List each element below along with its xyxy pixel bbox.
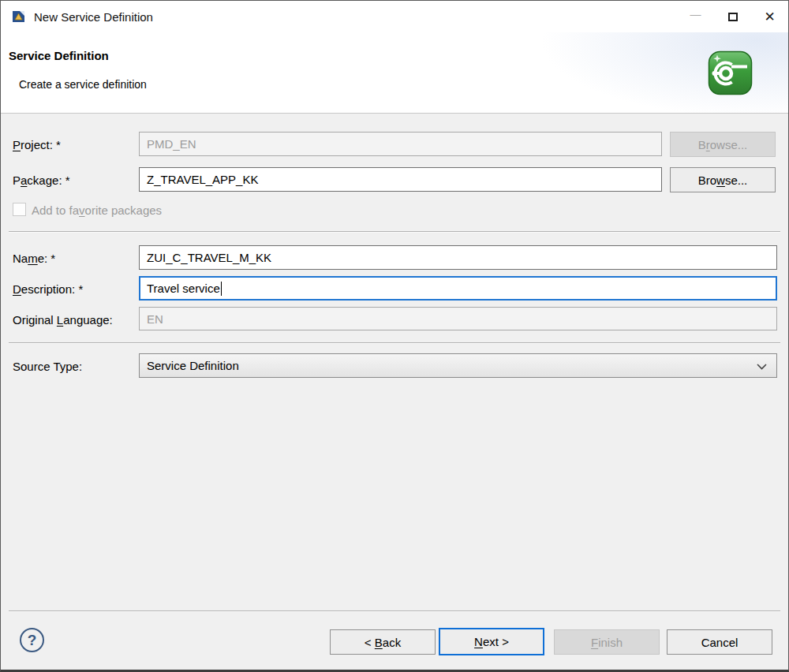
favorite-packages-checkbox xyxy=(13,203,26,216)
help-icon: ? xyxy=(28,632,37,649)
close-button[interactable]: ✕ xyxy=(751,1,788,32)
window-title: New Service Definition xyxy=(34,10,153,24)
next-button[interactable]: Next > xyxy=(439,628,544,655)
project-input: PMD_EN xyxy=(139,132,662,156)
name-input[interactable]: ZUI_C_TRAVEL_M_KK xyxy=(139,245,777,270)
project-label: Project: * xyxy=(13,138,61,151)
project-browse-button: Browse... xyxy=(670,132,776,157)
package-browse-button[interactable]: Browse... xyxy=(670,167,776,192)
abap-wizard-icon xyxy=(12,9,26,24)
new-service-definition-dialog: New Service Definition — ✕ Service Defin… xyxy=(0,0,789,672)
window-controls: — ✕ xyxy=(677,1,788,32)
separator-middle xyxy=(9,342,780,344)
close-icon: ✕ xyxy=(764,10,775,24)
chevron-down-icon xyxy=(757,364,767,370)
package-input[interactable]: Z_TRAVEL_APP_KK xyxy=(139,167,662,192)
description-input[interactable]: Travel service xyxy=(139,276,777,301)
separator-bottom xyxy=(9,610,780,612)
title-bar: New Service Definition — ✕ xyxy=(1,1,788,32)
favorite-packages-label: Add to favorite packages xyxy=(32,203,162,217)
wizard-header: Service Definition Create a service defi… xyxy=(1,32,788,114)
maximize-icon xyxy=(728,13,738,21)
name-label: Name: * xyxy=(13,252,55,265)
source-type-dropdown[interactable]: Service Definition xyxy=(139,353,777,378)
cancel-button[interactable]: Cancel xyxy=(667,629,772,655)
maximize-button[interactable] xyxy=(714,1,751,32)
page-subtitle: Create a service definition xyxy=(19,78,147,91)
service-definition-icon xyxy=(708,50,753,95)
page-title: Service Definition xyxy=(9,49,109,62)
minimize-button[interactable]: — xyxy=(677,1,714,32)
help-button[interactable]: ? xyxy=(20,628,44,652)
text-caret xyxy=(221,282,222,296)
description-label: Description: * xyxy=(13,282,83,296)
source-type-label: Source Type: xyxy=(13,360,82,373)
original-language-label: Original Language: xyxy=(13,313,113,327)
finish-button: Finish xyxy=(554,629,660,655)
back-button[interactable]: < Back xyxy=(330,629,436,655)
package-label: Package: * xyxy=(13,174,70,187)
original-language-input: EN xyxy=(139,307,777,330)
minimize-icon: — xyxy=(690,9,701,20)
separator-top xyxy=(9,231,780,233)
